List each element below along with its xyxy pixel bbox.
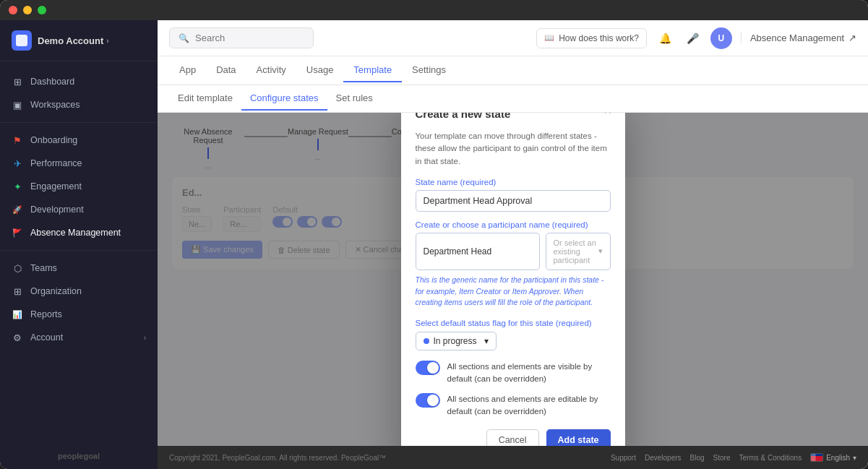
close-button[interactable]	[9, 6, 17, 14]
main-content: 🔍 📖 How does this work? 🔔 🎤 U Absence Ma…	[158, 20, 868, 469]
status-dot-icon	[424, 338, 429, 344]
participant-label: Create or choose a participant name (req…	[416, 220, 611, 229]
account-icon: ⚙	[12, 332, 23, 343]
dashboard-icon: ⊞	[12, 76, 23, 87]
toggle-visible-row: All sections and elements are visible by…	[416, 361, 611, 386]
app-body: Demo Account › ⊞ Dashboard ▣ Workspaces …	[0, 20, 868, 469]
language-chevron-icon: ▾	[853, 454, 856, 462]
modal-title: Create a new state	[416, 113, 611, 120]
absence-icon: 🚩	[12, 227, 23, 238]
help-book-icon: 📖	[544, 33, 554, 43]
add-state-button[interactable]: Add state	[546, 429, 611, 446]
participant-name-input[interactable]	[416, 233, 540, 270]
tab-set-rules[interactable]: Set rules	[327, 87, 382, 111]
sidebar-item-teams[interactable]: ⬡ Teams	[0, 257, 158, 280]
sidebar-item-reports[interactable]: 📊 Reports	[0, 303, 158, 326]
sidebar: Demo Account › ⊞ Dashboard ▣ Workspaces …	[0, 20, 158, 469]
chevron-icon: ›	[106, 37, 108, 45]
modal-footer: Cancel Add state	[416, 429, 611, 446]
tab-settings[interactable]: Settings	[402, 59, 456, 82]
account-name[interactable]: Demo Account ›	[38, 35, 109, 46]
tab-configure-states[interactable]: Configure states	[241, 87, 327, 111]
sidebar-footer: peoplegoal	[0, 443, 158, 469]
status-dropdown[interactable]: In progress ▾	[416, 332, 497, 350]
search-box[interactable]: 🔍	[169, 27, 314, 48]
main-nav-tabs: App Data Activity Usage Template Setting…	[158, 56, 868, 85]
tab-edit-template[interactable]: Edit template	[169, 87, 241, 111]
terms-link[interactable]: Terms & Conditions	[739, 454, 802, 462]
tab-activity[interactable]: Activity	[246, 59, 296, 82]
tab-app[interactable]: App	[169, 59, 206, 82]
content-area: New Absence Request ... Manage Request .…	[158, 113, 868, 446]
toggle-knob-2	[427, 395, 439, 406]
modal-close-button[interactable]: ✕	[601, 113, 615, 118]
title-bar	[0, 0, 868, 20]
visible-toggle[interactable]	[416, 361, 440, 375]
sidebar-item-performance[interactable]: ✈ Performance	[0, 152, 158, 175]
sidebar-header: Demo Account ›	[0, 20, 158, 61]
modal-description: Your template can move through different…	[416, 130, 611, 168]
store-link[interactable]: Store	[713, 454, 731, 462]
nav-tab-list: App Data Activity Usage Template Setting…	[169, 59, 456, 82]
blog-link[interactable]: Blog	[690, 454, 705, 462]
status-label: Select default status flag for this stat…	[416, 319, 611, 327]
brand-logo: peoplegoal	[12, 452, 146, 460]
minimize-button[interactable]	[23, 6, 32, 14]
sidebar-item-account[interactable]: ⚙ Account ›	[0, 326, 158, 349]
org-icon: ⊞	[12, 285, 23, 297]
engagement-icon: ✦	[12, 181, 23, 192]
teams-icon: ⬡	[12, 262, 23, 274]
editable-toggle[interactable]	[416, 393, 440, 408]
sidebar-item-dashboard[interactable]: ⊞ Dashboard	[0, 70, 158, 93]
help-button[interactable]: 📖 How does this work?	[536, 28, 647, 48]
toggle-editable-row: All sections and elements are editable b…	[416, 393, 611, 418]
user-avatar[interactable]: U	[710, 27, 732, 49]
sidebar-item-organization[interactable]: ⊞ Organization	[0, 280, 158, 303]
sidebar-nav: ⊞ Dashboard ▣ Workspaces ⚑ Onboarding ✈ …	[0, 61, 158, 443]
topbar-icons: 🔔 🎤 U	[656, 27, 732, 49]
status-chevron-icon: ▾	[484, 336, 489, 346]
app-logo	[12, 30, 32, 51]
copyright-text: Copyright 2021, PeopleGoal.com. All righ…	[169, 454, 386, 462]
page-breadcrumb: Absence Management ↗	[741, 33, 856, 43]
performance-icon: ✈	[12, 158, 23, 169]
create-state-modal: Create a new state ✕ Your template can m…	[401, 113, 625, 446]
onboarding-icon: ⚑	[12, 134, 23, 146]
participant-hint: This is the generic name for the partici…	[416, 275, 611, 309]
app-window: Demo Account › ⊞ Dashboard ▣ Workspaces …	[0, 0, 868, 469]
cancel-button[interactable]: Cancel	[486, 429, 539, 446]
footer-links: Support Developers Blog Store Terms & Co…	[611, 453, 856, 462]
notification-bell-icon[interactable]: 🔔	[656, 28, 676, 48]
toggle-knob	[427, 362, 439, 374]
topbar: 🔍 📖 How does this work? 🔔 🎤 U Absence Ma…	[158, 20, 868, 56]
developers-link[interactable]: Developers	[645, 454, 682, 462]
maximize-button[interactable]	[38, 6, 46, 14]
sidebar-item-development[interactable]: 🚀 Development	[0, 198, 158, 221]
support-link[interactable]: Support	[611, 454, 636, 462]
footer: Copyright 2021, PeopleGoal.com. All righ…	[158, 446, 868, 469]
sidebar-item-workspaces[interactable]: ▣ Workspaces	[0, 93, 158, 116]
tab-data[interactable]: Data	[206, 59, 246, 82]
sidebar-item-engagement[interactable]: ✦ Engagement	[0, 175, 158, 198]
language-selector[interactable]: English ▾	[810, 453, 856, 462]
modal-overlay[interactable]: Create a new state ✕ Your template can m…	[158, 113, 868, 446]
editable-toggle-label: All sections and elements are editable b…	[447, 393, 611, 418]
development-icon: 🚀	[12, 204, 23, 215]
sidebar-divider-2	[0, 250, 158, 251]
account-chevron-icon: ›	[144, 334, 146, 342]
select-chevron-icon: ▾	[598, 246, 603, 256]
search-input[interactable]	[195, 33, 296, 43]
external-link-icon: ↗	[848, 33, 856, 43]
workspaces-icon: ▣	[12, 99, 23, 111]
participant-select[interactable]: Or select an existing participant ▾	[546, 233, 611, 270]
microphone-icon[interactable]: 🎤	[683, 28, 703, 48]
state-name-input[interactable]	[416, 190, 611, 212]
search-icon: 🔍	[179, 33, 189, 43]
reports-icon: 📊	[12, 309, 23, 320]
sidebar-item-onboarding[interactable]: ⚑ Onboarding	[0, 129, 158, 152]
visible-toggle-label: All sections and elements are visible by…	[447, 361, 611, 386]
sidebar-item-absence[interactable]: 🚩 Absence Management	[0, 221, 158, 244]
sidebar-divider	[0, 122, 158, 123]
tab-usage[interactable]: Usage	[296, 59, 344, 82]
tab-template[interactable]: Template	[343, 59, 402, 82]
